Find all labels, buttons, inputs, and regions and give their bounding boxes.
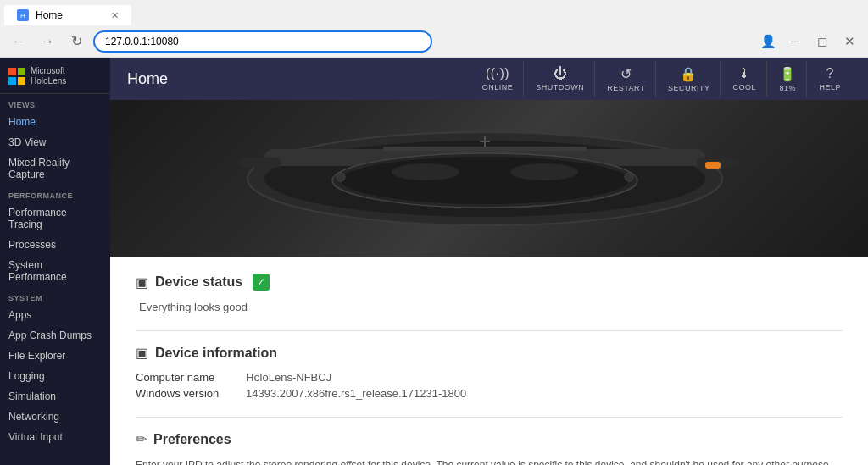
sidebar-item-file-explorer[interactable]: File Explorer xyxy=(0,346,110,366)
sidebar-item-app-crash-dumps[interactable]: App Crash Dumps xyxy=(0,325,110,346)
device-status-icon: ▣ xyxy=(136,274,148,291)
forward-button[interactable]: → xyxy=(36,30,59,53)
restore-button[interactable]: ◻ xyxy=(810,30,834,53)
svg-point-11 xyxy=(337,173,345,181)
brand-line2: HoloLens xyxy=(31,76,66,86)
close-button[interactable]: ✕ xyxy=(837,30,861,53)
section-label-performance: PERFORMANCE xyxy=(0,185,110,202)
tab-favicon: H xyxy=(17,9,29,21)
address-bar-container: 127.0.0.1:10080 xyxy=(93,30,432,53)
battery-symbol: 🔋 xyxy=(779,66,797,82)
restart-symbol: ↺ xyxy=(620,66,632,82)
sidebar-item-virtual-input[interactable]: Virtual Input xyxy=(0,427,110,447)
security-icon-button[interactable]: 🔒 SECURITY xyxy=(658,61,721,97)
windows-version-row: Windows version 14393.2007.x86fre.rs1_re… xyxy=(136,387,843,400)
content-area: ▣ Device status ✓ Everything looks good … xyxy=(110,257,868,465)
sidebar-item-system-performance[interactable]: System Performance xyxy=(0,255,110,287)
hero-section xyxy=(110,100,868,257)
sidebar-item-mixed-reality-capture[interactable]: Mixed Reality Capture xyxy=(0,152,110,185)
address-bar-wrapper: 127.0.0.1:10080 xyxy=(93,30,751,53)
top-bar: Home ((·)) ONLINE ⏻ SHUTDOWN ↺ RESTART 🔒… xyxy=(110,58,868,100)
svg-rect-9 xyxy=(705,162,721,169)
back-button[interactable]: ← xyxy=(7,30,31,53)
restart-icon-button[interactable]: ↺ RESTART xyxy=(597,61,656,97)
status-check-badge: ✓ xyxy=(253,274,270,291)
online-symbol: ((·)) xyxy=(486,66,509,81)
minimize-button[interactable]: ─ xyxy=(783,30,807,53)
shutdown-icon-button[interactable]: ⏻ SHUTDOWN xyxy=(526,61,595,97)
brand-line1: Microsoft xyxy=(31,66,66,76)
hololens-svg xyxy=(214,111,765,246)
tab-close-button[interactable]: ✕ xyxy=(111,10,119,21)
device-info-title: Device information xyxy=(155,346,277,361)
device-info-header: ▣ Device information xyxy=(136,345,843,361)
shutdown-label: SHUTDOWN xyxy=(536,83,584,91)
cool-label: COOL xyxy=(732,83,756,91)
browser-tab[interactable]: H Home ✕ xyxy=(4,5,131,25)
device-status-title: Device status xyxy=(155,274,242,290)
shutdown-symbol: ⏻ xyxy=(554,66,568,81)
svg-rect-7 xyxy=(239,158,281,168)
hero-image xyxy=(110,100,868,257)
ms-logo-green xyxy=(18,68,25,75)
sidebar-item-logging[interactable]: Logging xyxy=(0,366,110,386)
security-symbol: 🔒 xyxy=(680,66,698,82)
brand-text: Microsoft HoloLens xyxy=(31,66,66,86)
computer-name-row: Computer name HoloLens-NFBCJ xyxy=(136,371,843,384)
status-message: Everything looks good xyxy=(136,301,843,313)
ms-logo-yellow xyxy=(18,77,25,85)
divider-1 xyxy=(136,330,843,331)
help-icon-button[interactable]: ? HELP xyxy=(809,61,851,97)
sidebar-item-3dview[interactable]: 3D View xyxy=(0,132,110,152)
battery-label: 81% xyxy=(779,84,796,92)
sidebar-item-performance-tracing[interactable]: Performance Tracing xyxy=(0,202,110,235)
refresh-button[interactable]: ↻ xyxy=(64,30,88,53)
computer-name-value: HoloLens-NFBCJ xyxy=(246,371,331,384)
preferences-header: ✏ Preferences xyxy=(136,431,843,447)
tab-label: Home xyxy=(36,9,63,21)
svg-point-5 xyxy=(392,163,459,180)
sidebar-item-processes[interactable]: Processes xyxy=(0,235,110,255)
sidebar-item-networking[interactable]: Networking xyxy=(0,407,110,427)
svg-point-4 xyxy=(341,157,629,204)
sidebar: Microsoft HoloLens VIEWS Home 3D View Mi… xyxy=(0,58,110,465)
device-status-header: ▣ Device status ✓ xyxy=(136,274,843,291)
divider-2 xyxy=(136,417,843,418)
section-label-system: SYSTEM xyxy=(0,287,110,305)
svg-point-12 xyxy=(625,173,633,181)
sidebar-item-home[interactable]: Home xyxy=(0,112,110,132)
app-container: Microsoft HoloLens VIEWS Home 3D View Mi… xyxy=(0,58,868,465)
security-label: SECURITY xyxy=(668,84,710,92)
browser-right-icons: 👤 ─ ◻ ✕ xyxy=(756,30,861,53)
windows-version-label: Windows version xyxy=(136,387,229,400)
help-symbol: ? xyxy=(826,66,834,81)
main-content: Home ((·)) ONLINE ⏻ SHUTDOWN ↺ RESTART 🔒… xyxy=(110,58,868,465)
section-label-views: VIEWS xyxy=(0,94,110,112)
profile-icon[interactable]: 👤 xyxy=(756,30,780,53)
status-check-icon: ✓ xyxy=(257,276,265,288)
page-title: Home xyxy=(127,70,472,88)
browser-chrome: H Home ✕ ← → ↻ 127.0.0.1:10080 👤 ─ ◻ ✕ xyxy=(0,0,868,58)
address-input[interactable]: 127.0.0.1:10080 xyxy=(105,36,420,47)
cool-icon-button[interactable]: 🌡 COOL xyxy=(722,61,767,97)
sidebar-item-simulation[interactable]: Simulation xyxy=(0,386,110,407)
preferences-icon: ✏ xyxy=(136,431,147,447)
windows-version-value: 14393.2007.x86fre.rs1_release.171231-180… xyxy=(246,387,466,400)
device-info-block: Computer name HoloLens-NFBCJ Windows ver… xyxy=(136,371,843,400)
online-icon-button[interactable]: ((·)) ONLINE xyxy=(472,61,525,97)
battery-icon-button[interactable]: 🔋 81% xyxy=(769,61,808,97)
ms-logo-red xyxy=(8,68,16,75)
ms-logo-blue xyxy=(8,77,16,85)
top-bar-icons: ((·)) ONLINE ⏻ SHUTDOWN ↺ RESTART 🔒 SECU… xyxy=(472,61,851,97)
preferences-title: Preferences xyxy=(153,432,231,447)
browser-toolbar: ← → ↻ 127.0.0.1:10080 👤 ─ ◻ ✕ xyxy=(0,25,868,58)
sidebar-item-apps[interactable]: Apps xyxy=(0,305,110,325)
device-info-icon: ▣ xyxy=(136,345,148,361)
tab-bar: H Home ✕ xyxy=(0,0,868,25)
svg-point-6 xyxy=(510,163,578,180)
microsoft-logo xyxy=(8,68,25,85)
restart-label: RESTART xyxy=(607,84,645,92)
svg-rect-10 xyxy=(383,147,587,151)
computer-name-label: Computer name xyxy=(136,371,229,384)
cool-symbol: 🌡 xyxy=(737,66,752,81)
